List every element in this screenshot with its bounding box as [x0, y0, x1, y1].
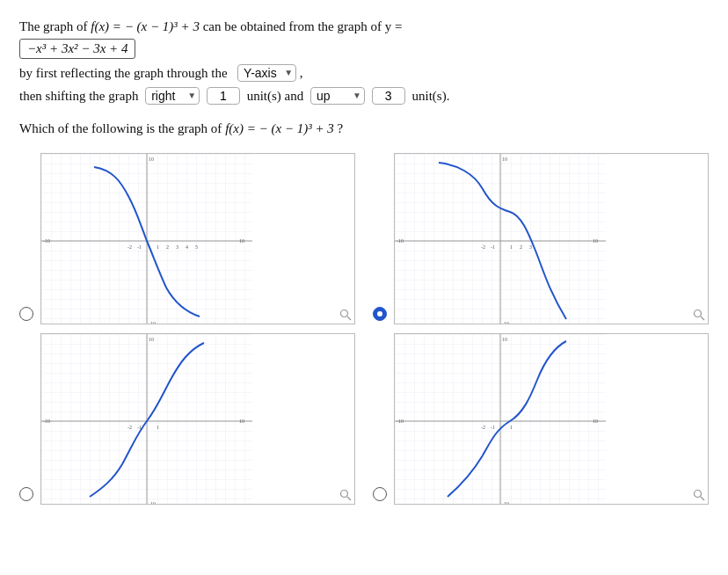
svg-text:-1: -1: [491, 244, 495, 250]
svg-line-15: [347, 317, 351, 320]
svg-text:4: 4: [186, 244, 188, 250]
svg-text:5: 5: [195, 244, 198, 250]
graphs-grid: 10 -10 -10 10 1 2 3 4 5 -1 -2: [19, 153, 709, 505]
svg-text:-10: -10: [502, 501, 509, 505]
svg-text:-10: -10: [149, 321, 156, 324]
svg-text:1: 1: [157, 425, 159, 430]
svg-text:-2: -2: [481, 244, 485, 250]
reflect-line: by first reflecting the graph through th…: [19, 62, 709, 84]
question-text: Which of the following is the graph of f…: [19, 119, 709, 139]
graph-C: 10 -10 -10 10 1 -1 -2: [40, 333, 355, 505]
svg-text:10: 10: [593, 419, 598, 424]
svg-text:10: 10: [502, 337, 507, 342]
svg-text:3: 3: [176, 244, 178, 250]
svg-text:10: 10: [149, 156, 154, 162]
question-fx: f(x) = − (x − 1)³ + 3: [225, 121, 334, 135]
svg-point-28: [695, 309, 702, 317]
question-start: Which of the following is the graph of: [19, 121, 225, 135]
svg-text:-10: -10: [43, 238, 50, 244]
svg-text:-1: -1: [137, 244, 142, 250]
svg-line-29: [701, 317, 704, 320]
svg-text:-10: -10: [397, 238, 404, 244]
formula-box: −x³ + 3x² − 3x + 4: [19, 39, 135, 59]
svg-text:10: 10: [593, 238, 598, 244]
svg-point-40: [341, 490, 348, 497]
radio-C[interactable]: [19, 487, 33, 501]
radio-D[interactable]: [373, 487, 387, 501]
line1-text-end: can be obtained from the graph of y =: [203, 19, 403, 33]
svg-text:-2: -2: [127, 244, 132, 250]
line1-text-start: The graph of: [19, 19, 91, 33]
shift-amount2-input[interactable]: [372, 87, 405, 105]
svg-text:3: 3: [529, 244, 532, 250]
direction2-select[interactable]: left right up down: [310, 87, 365, 105]
svg-text:-1: -1: [491, 425, 495, 430]
svg-text:2: 2: [520, 244, 522, 250]
shift-line: then shifting the graph left right up do…: [19, 85, 709, 106]
option-B: 10 -10 -10 10 1 2 3 -1 -2: [373, 153, 709, 324]
svg-text:1: 1: [510, 244, 513, 250]
svg-text:2: 2: [166, 244, 169, 250]
radio-A[interactable]: [19, 307, 33, 321]
magnify-B[interactable]: [693, 309, 705, 321]
option-A: 10 -10 -10 10 1 2 3 4 5 -1 -2: [19, 153, 355, 324]
svg-text:1: 1: [510, 425, 513, 430]
svg-line-41: [347, 497, 351, 500]
graph-B: 10 -10 -10 10 1 2 3 -1 -2: [394, 153, 709, 324]
svg-text:10: 10: [149, 337, 154, 342]
graph-A-svg: 10 -10 -10 10 1 2 3 4 5 -1 -2: [41, 154, 252, 324]
shift-amount1-input[interactable]: [207, 87, 240, 105]
svg-line-53: [701, 497, 704, 500]
svg-text:-10: -10: [397, 419, 404, 424]
direction1-select[interactable]: left right up down: [145, 87, 200, 105]
svg-text:-2: -2: [127, 425, 132, 430]
svg-text:-10: -10: [149, 501, 156, 505]
problem-line1: The graph of f(x) = − (x − 1)³ + 3 can b…: [19, 16, 709, 37]
svg-point-14: [341, 309, 348, 317]
radio-B[interactable]: [373, 307, 387, 321]
reflect-select[interactable]: X-axis Y-axis Origin: [237, 64, 296, 82]
question-mark: ?: [338, 121, 344, 135]
magnify-C[interactable]: [339, 489, 352, 501]
graph-B-svg: 10 -10 -10 10 1 2 3 -1 -2: [395, 154, 606, 324]
shift-text: then shifting the graph: [19, 89, 138, 103]
svg-text:-10: -10: [502, 321, 509, 324]
svg-text:-2: -2: [481, 425, 485, 430]
reflect-text: by first reflecting the graph through th…: [19, 66, 228, 80]
svg-text:-10: -10: [43, 419, 50, 424]
comma: ,: [300, 66, 303, 80]
magnify-A[interactable]: [339, 309, 352, 321]
direction2-dropdown-wrapper[interactable]: left right up down ▼: [310, 87, 365, 105]
svg-text:10: 10: [239, 419, 244, 424]
option-C: 10 -10 -10 10 1 -1 -2: [19, 333, 355, 505]
formula-line: −x³ + 3x² − 3x + 4: [19, 39, 709, 59]
graph-D: 10 -10 -10 10 1 -1 -2: [394, 333, 709, 505]
magnify-D[interactable]: [693, 489, 705, 501]
reflect-dropdown-wrapper[interactable]: X-axis Y-axis Origin ▼: [237, 64, 296, 82]
svg-text:1: 1: [157, 244, 159, 250]
unit-s-text: unit(s).: [411, 89, 449, 103]
graph-A: 10 -10 -10 10 1 2 3 4 5 -1 -2: [40, 153, 355, 324]
unit-and-text: unit(s) and: [247, 89, 304, 103]
graph-C-svg: 10 -10 -10 10 1 -1 -2: [41, 334, 252, 505]
svg-text:10: 10: [502, 156, 507, 162]
svg-text:10: 10: [239, 238, 244, 244]
svg-point-52: [695, 490, 702, 497]
direction1-dropdown-wrapper[interactable]: left right up down ▼: [145, 87, 200, 105]
graph-D-svg: 10 -10 -10 10 1 -1 -2: [395, 334, 606, 505]
function-expression: f(x) = − (x − 1)³ + 3: [91, 19, 200, 33]
option-D: 10 -10 -10 10 1 -1 -2: [373, 333, 709, 505]
